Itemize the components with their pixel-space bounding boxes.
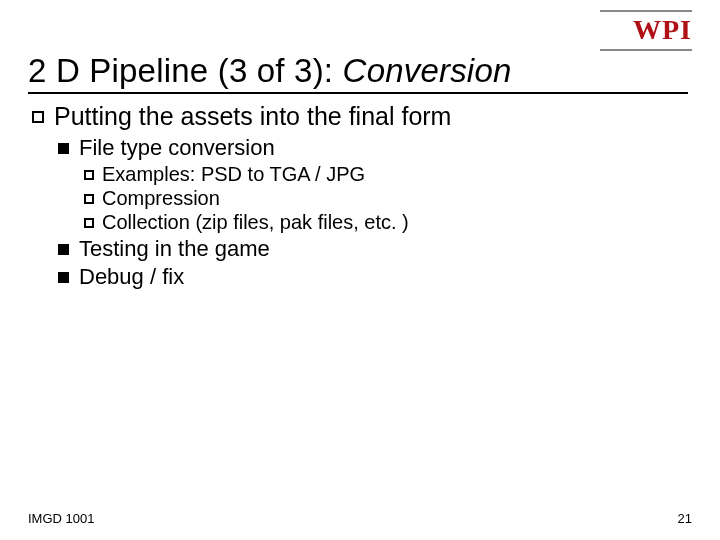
bullet-l2: Debug / fix (58, 264, 692, 290)
bullet-text: Collection (zip files, pak files, etc. ) (102, 211, 409, 234)
footer-page-number: 21 (678, 511, 692, 526)
square-fill-icon (58, 143, 69, 154)
square-open-icon (84, 170, 94, 180)
square-fill-icon (58, 272, 69, 283)
bullet-text: Putting the assets into the final form (54, 102, 451, 131)
wpi-logo: WPI (633, 14, 692, 46)
bullet-l2: Testing in the game (58, 236, 692, 262)
slide: WPI 2 D Pipeline (3 of 3): Conversion Pu… (0, 0, 720, 540)
bullet-text: Compression (102, 187, 220, 210)
bullet-l1: Putting the assets into the final form (32, 102, 692, 131)
slide-title: 2 D Pipeline (3 of 3): Conversion (28, 52, 692, 90)
square-fill-icon (58, 244, 69, 255)
logo-rule-bottom (600, 49, 692, 51)
logo-rule-top (600, 10, 692, 12)
bullet-l2: File type conversion (58, 135, 692, 161)
square-open-icon (32, 111, 44, 123)
footer-left: IMGD 1001 (28, 511, 94, 526)
content: Putting the assets into the final form F… (28, 102, 692, 290)
bullet-l3: Collection (zip files, pak files, etc. ) (84, 211, 692, 234)
bullet-text: Debug / fix (79, 264, 184, 290)
bullet-l3: Compression (84, 187, 692, 210)
title-underline (28, 92, 688, 94)
title-emphasis: Conversion (343, 52, 512, 89)
square-open-icon (84, 218, 94, 228)
bullet-text: Examples: PSD to TGA / JPG (102, 163, 365, 186)
bullet-text: File type conversion (79, 135, 275, 161)
square-open-icon (84, 194, 94, 204)
bullet-text: Testing in the game (79, 236, 270, 262)
bullet-l3: Examples: PSD to TGA / JPG (84, 163, 692, 186)
title-prefix: 2 D Pipeline (3 of 3): (28, 52, 343, 89)
